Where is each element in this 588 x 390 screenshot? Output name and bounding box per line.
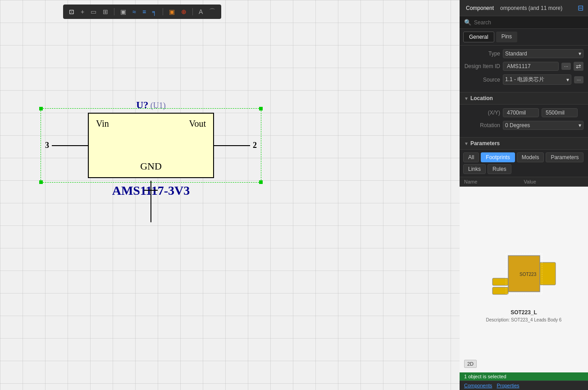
source-label: Source bbox=[464, 77, 500, 83]
toolbar: ⊡ + ▭ ⊞ ▣ ≈ ≡ ╕ ▣ ⊕ A ⌒ bbox=[63, 5, 221, 19]
svg-rect-8 bbox=[540, 263, 555, 284]
tab-pins[interactable]: Pins bbox=[496, 32, 517, 42]
component-ref: U? bbox=[136, 99, 148, 110]
parameters-header[interactable]: ▼ Parameters bbox=[460, 138, 588, 150]
filter-rules[interactable]: Rules bbox=[488, 164, 511, 174]
filter-models[interactable]: Models bbox=[517, 152, 544, 162]
net-label-icon[interactable]: ▣ bbox=[168, 7, 176, 16]
search-bar: 🔍 bbox=[460, 16, 588, 29]
separator3 bbox=[192, 8, 193, 15]
pin-vout-label: Vout bbox=[189, 119, 206, 129]
select-cross-icon[interactable]: ⊞ bbox=[101, 7, 109, 16]
pin-vin-label: Vin bbox=[96, 119, 109, 129]
rotation-value: 0 Degrees bbox=[505, 122, 530, 128]
footprint-name: SOT223_L bbox=[506, 307, 542, 317]
rotation-select[interactable]: 0 Degrees ▾ bbox=[503, 121, 583, 130]
footprint-svg: SOT223 bbox=[483, 238, 565, 305]
component-ref-alt: (U1) bbox=[150, 101, 166, 110]
bus-icon[interactable]: ≡ bbox=[141, 7, 147, 16]
tab-components-more[interactable]: omponents (and 11 more) bbox=[498, 4, 564, 12]
type-row: Type Standard ▾ bbox=[464, 49, 583, 58]
xy-label: (X/Y) bbox=[464, 110, 500, 116]
filter-footprints[interactable]: Footprints bbox=[481, 152, 515, 162]
pin-gnd-label: GND bbox=[140, 161, 162, 172]
tab-general[interactable]: General bbox=[463, 32, 494, 42]
component-wrapper[interactable]: U? (U1) 3 Vin Vout bbox=[45, 99, 257, 198]
col-name: Name bbox=[464, 179, 524, 184]
source-select[interactable]: 1.1 - 电源类芯片 ▾ bbox=[503, 74, 571, 85]
bus-entry-icon[interactable]: ╕ bbox=[151, 7, 158, 16]
footprint-preview-area: SOT223 2D SOT223_L Description: SOT223_4… bbox=[460, 187, 588, 372]
design-item-row: Design Item ID AMS1117 ··· ⇄ bbox=[464, 62, 583, 71]
gnd-line-bottom bbox=[150, 191, 151, 222]
filter-all[interactable]: All bbox=[463, 152, 479, 162]
filter-links[interactable]: Links bbox=[463, 164, 486, 174]
parameters-arrow-icon: ▼ bbox=[464, 141, 469, 146]
source-value: 1.1 - 电源类芯片 bbox=[505, 76, 544, 83]
component-icon[interactable]: ▣ bbox=[119, 7, 128, 16]
select-rect-icon[interactable]: ▭ bbox=[89, 7, 98, 16]
power-port-icon[interactable]: ⊕ bbox=[180, 7, 188, 16]
parameters-label: Parameters bbox=[470, 140, 500, 147]
ic-box[interactable]: Vin Vout GND bbox=[88, 113, 214, 178]
pin-right-line bbox=[214, 145, 250, 146]
arc-icon[interactable]: ⌒ bbox=[208, 7, 217, 17]
filter-icon[interactable]: ⊡ bbox=[68, 7, 76, 16]
col-value: Value bbox=[524, 179, 584, 184]
design-item-swap-button[interactable]: ⇄ bbox=[574, 62, 583, 71]
search-icon: 🔍 bbox=[464, 19, 471, 26]
location-arrow-icon: ▼ bbox=[464, 96, 469, 101]
separator2 bbox=[163, 8, 163, 15]
properties-section: Type Standard ▾ Design Item ID AMS1117 ·… bbox=[460, 46, 588, 92]
panel-header: Component omponents (and 11 more) ⊟ bbox=[460, 0, 588, 16]
schematic-canvas[interactable]: ⊡ + ▭ ⊞ ▣ ≈ ≡ ╕ ▣ ⊕ A ⌒ U? (U1) bbox=[0, 0, 460, 390]
source-row: Source 1.1 - 电源类芯片 ▾ ··· bbox=[464, 74, 583, 85]
svg-rect-6 bbox=[493, 279, 508, 285]
component-body-row: 3 Vin Vout GND bbox=[45, 113, 257, 178]
source-more-button[interactable]: ··· bbox=[574, 76, 583, 83]
search-input[interactable] bbox=[474, 19, 583, 26]
components-link[interactable]: Components bbox=[464, 383, 492, 388]
svg-rect-7 bbox=[493, 288, 508, 294]
footprint-desc: Description: SOT223_4 Leads Body 6 bbox=[482, 317, 566, 324]
handle-bl[interactable] bbox=[39, 180, 43, 184]
rotation-label: Rotation bbox=[464, 122, 500, 128]
type-value: Standard bbox=[505, 50, 527, 57]
right-pin-area: 2 bbox=[214, 141, 257, 150]
component-ref-area: U? (U1) bbox=[45, 99, 257, 111]
text-icon[interactable]: A bbox=[197, 7, 204, 16]
location-label: Location bbox=[470, 95, 493, 101]
design-item-more-button[interactable]: ··· bbox=[561, 63, 571, 70]
handle-br[interactable] bbox=[259, 180, 263, 184]
handle-tr[interactable] bbox=[259, 107, 263, 110]
type-chevron-icon: ▾ bbox=[579, 50, 581, 57]
general-pins-tabs: General Pins bbox=[460, 29, 588, 46]
status-bar: 1 object is selected bbox=[460, 372, 588, 381]
type-select[interactable]: Standard ▾ bbox=[503, 49, 583, 58]
x-value[interactable]: 4700mil bbox=[503, 108, 539, 117]
tab-component[interactable]: Component bbox=[464, 4, 496, 12]
source-chevron-icon: ▾ bbox=[566, 77, 569, 83]
panel-filter-icon[interactable]: ⊟ bbox=[578, 4, 583, 12]
y-value[interactable]: 5500mil bbox=[542, 108, 578, 117]
rotation-chevron-icon: ▾ bbox=[579, 122, 581, 128]
footprint-image: SOT223 bbox=[479, 235, 569, 307]
wire-icon[interactable]: ≈ bbox=[131, 7, 137, 16]
location-header[interactable]: ▼ Location bbox=[460, 92, 588, 105]
add-icon[interactable]: + bbox=[79, 7, 86, 16]
location-section: (X/Y) 4700mil 5500mil Rotation 0 Degrees… bbox=[460, 105, 588, 138]
properties-link[interactable]: Properties bbox=[497, 383, 519, 388]
design-item-value: AMS1117 bbox=[503, 62, 559, 71]
filter-parameters[interactable]: Parameters bbox=[546, 152, 583, 162]
handle-tl[interactable] bbox=[39, 107, 43, 110]
params-table-header: Name Value bbox=[460, 177, 588, 187]
design-item-label: Design Item ID bbox=[464, 63, 500, 69]
pin-left-line bbox=[52, 145, 88, 146]
bottom-links: Components Properties bbox=[460, 381, 588, 390]
separator bbox=[114, 8, 114, 15]
right-panel: Component omponents (and 11 more) ⊟ 🔍 Ge… bbox=[460, 0, 588, 390]
gnd-line-top bbox=[150, 181, 151, 190]
pin-right-num: 2 bbox=[253, 141, 257, 150]
badge-2d: 2D bbox=[464, 360, 477, 368]
type-label: Type bbox=[464, 50, 500, 57]
